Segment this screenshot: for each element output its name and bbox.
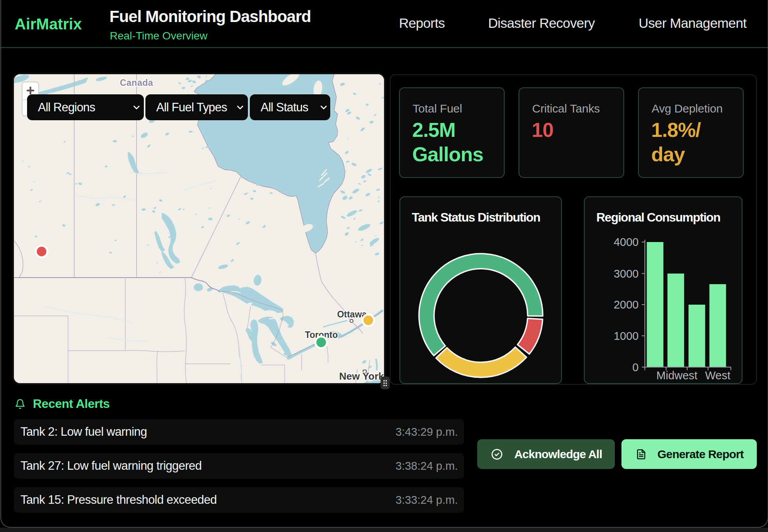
svg-text:4000: 4000	[614, 236, 639, 248]
svg-text:0: 0	[632, 361, 638, 373]
svg-text:Canada: Canada	[120, 78, 153, 88]
svg-text:3000: 3000	[614, 268, 639, 280]
svg-text:West: West	[705, 369, 730, 382]
svg-text:2000: 2000	[614, 298, 639, 311]
svg-text:New York: New York	[339, 370, 384, 382]
svg-text:1000: 1000	[614, 330, 639, 342]
svg-text:Midwest: Midwest	[656, 369, 697, 382]
